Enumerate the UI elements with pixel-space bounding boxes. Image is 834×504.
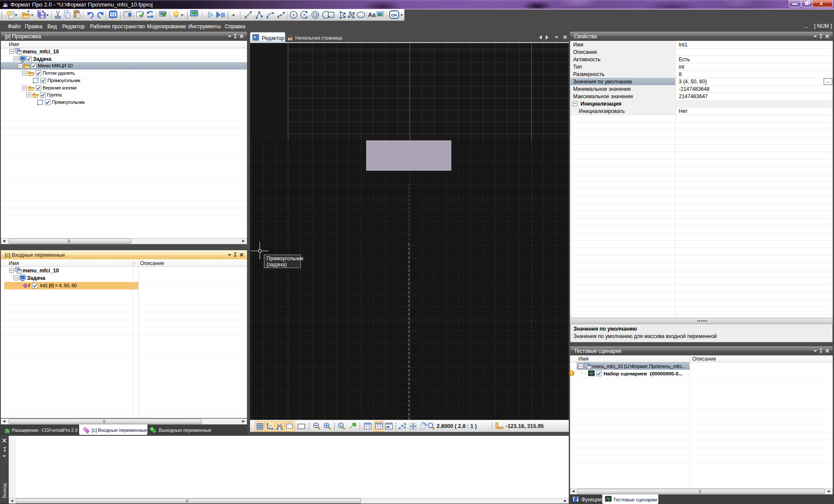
svg-text:2.8000 ( 2.8 : 1 ): 2.8000 ( 2.8 : 1 ) — [437, 423, 477, 429]
svg-text:1: 1 — [340, 424, 342, 428]
svg-text:Aa: Aa — [368, 11, 376, 18]
svg-text:-123.16, 315.95: -123.16, 315.95 — [506, 423, 544, 429]
svg-text:OK: OK — [391, 13, 397, 17]
